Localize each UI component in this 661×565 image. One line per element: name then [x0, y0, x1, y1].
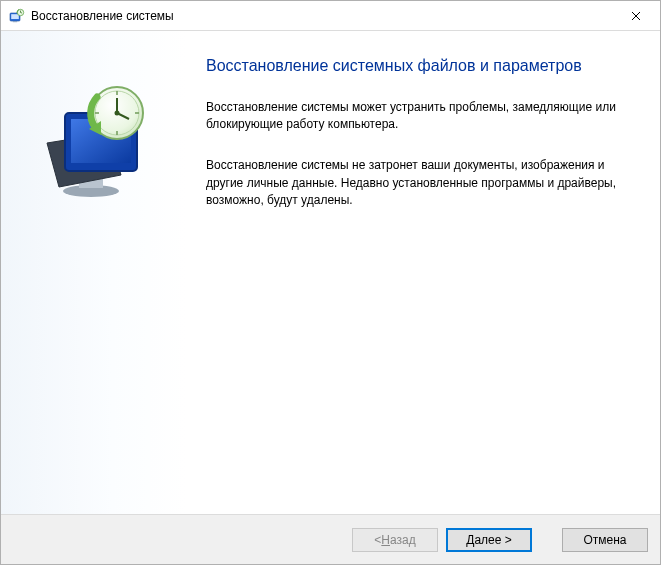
svg-rect-2	[13, 21, 17, 22]
back-suffix: азад	[390, 533, 416, 547]
titlebar: Восстановление системы	[1, 1, 660, 31]
wizard-sidebar	[1, 31, 186, 514]
intro-paragraph-2: Восстановление системы не затронет ваши …	[206, 157, 632, 209]
wizard-content: Восстановление системных файлов и параме…	[186, 31, 660, 514]
svg-rect-1	[11, 14, 19, 19]
next-button[interactable]: Далее >	[446, 528, 532, 552]
intro-paragraph-1: Восстановление системы может устранить п…	[206, 99, 632, 134]
next-suffix: алее >	[474, 533, 511, 547]
system-restore-icon	[9, 8, 25, 24]
back-prefix: <	[374, 533, 381, 547]
svg-point-16	[115, 111, 120, 116]
window-title: Восстановление системы	[31, 9, 613, 23]
close-button[interactable]	[613, 2, 658, 30]
back-button: < Назад	[352, 528, 438, 552]
page-heading: Восстановление системных файлов и параме…	[206, 55, 632, 77]
restore-graphic	[39, 83, 159, 203]
system-restore-window: Восстановление системы	[0, 0, 661, 565]
close-icon	[631, 11, 641, 21]
wizard-body: Восстановление системных файлов и параме…	[1, 31, 660, 514]
next-mnemonic: Д	[466, 533, 474, 547]
wizard-footer: < Назад Далее > Отмена	[1, 514, 660, 564]
back-mnemonic: Н	[381, 533, 390, 547]
cancel-button[interactable]: Отмена	[562, 528, 648, 552]
